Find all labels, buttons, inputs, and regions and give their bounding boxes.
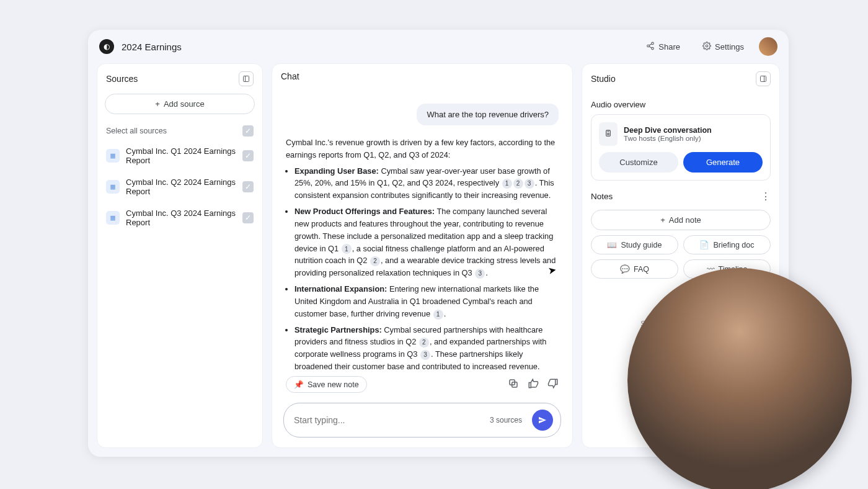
save-note-button[interactable]: 📌 Save new note [286, 376, 367, 393]
audio-overview-card: Deep Dive conversation Two hosts (Englis… [591, 114, 771, 181]
share-button[interactable]: Share [639, 38, 688, 56]
citation-badge[interactable]: 1 [342, 244, 352, 254]
source-checkbox[interactable]: ✓ [242, 150, 254, 161]
thumbs-down-icon[interactable] [547, 378, 559, 392]
answer-bullet: Strategic Partnerships: Cymbal secured p… [294, 324, 559, 370]
plus-icon: + [155, 99, 160, 109]
document-icon: ≣ [106, 180, 120, 194]
briefing-doc-icon: 📄 [699, 240, 709, 249]
customize-button[interactable]: Customize [599, 152, 678, 173]
audio-card-title: Deep Dive conversation [624, 126, 712, 135]
assistant-answer: Cymbal Inc.'s revenue growth is driven b… [286, 137, 559, 370]
sources-count-label: 3 sources [490, 416, 522, 424]
answer-bullet: Expanding User Base: Cymbal saw year-ove… [294, 165, 559, 202]
user-avatar[interactable] [759, 37, 777, 56]
svg-line-4 [649, 43, 652, 45]
chat-title: Chat [281, 71, 299, 81]
save-note-label: Save new note [308, 380, 359, 389]
document-icon: ≣ [106, 149, 120, 163]
copy-icon[interactable] [508, 378, 519, 392]
source-checkbox[interactable]: ✓ [242, 181, 254, 192]
source-item[interactable]: ≣ Cymbal Inc. Q3 2024 Earnings Report ✓ [97, 202, 262, 233]
add-note-button[interactable]: + Add note [591, 210, 771, 230]
collapse-studio-icon[interactable] [756, 71, 771, 86]
pin-icon: 📌 [294, 380, 304, 389]
select-all-checkbox[interactable]: ✓ [242, 125, 254, 137]
faq-icon: 💬 [620, 264, 630, 274]
collapse-sources-icon[interactable] [239, 71, 254, 86]
svg-point-5 [706, 45, 708, 47]
svg-point-1 [647, 45, 650, 47]
thumbs-up-icon[interactable] [528, 378, 539, 392]
study-guide-icon: 📖 [607, 240, 617, 249]
notes-menu-icon[interactable]: ⋮ [761, 191, 771, 202]
add-source-label: Add source [164, 99, 205, 109]
citation-badge[interactable]: 1 [433, 310, 443, 320]
answer-intro: Cymbal Inc.'s revenue growth is driven b… [286, 137, 559, 161]
source-label: Cymbal Inc. Q1 2024 Earnings Report [126, 146, 236, 165]
svg-line-3 [649, 46, 652, 47]
answer-bullet: New Product Offerings and Features: The … [294, 205, 559, 279]
citation-badge[interactable]: 2 [370, 256, 380, 266]
citation-badge[interactable]: 1 [502, 179, 512, 189]
select-all-label: Select all sources [106, 127, 167, 135]
svg-rect-6 [244, 76, 249, 82]
share-icon [646, 42, 655, 52]
briefing-doc-button[interactable]: 📄 Briefing doc [683, 235, 771, 254]
user-message: What are the top revenue drivers? [417, 104, 559, 125]
send-button[interactable] [532, 410, 553, 431]
faq-button[interactable]: 💬 FAQ [591, 259, 678, 279]
citation-badge[interactable]: 2 [513, 179, 523, 189]
plus-icon: + [660, 215, 665, 225]
document-icon: ≣ [106, 211, 120, 225]
citation-badge[interactable]: 3 [525, 179, 534, 189]
svg-rect-10 [761, 76, 766, 82]
study-guide-button[interactable]: 📖 Study guide [591, 235, 678, 254]
svg-point-13 [608, 133, 609, 135]
source-item[interactable]: ≣ Cymbal Inc. Q1 2024 Earnings Report ✓ [97, 140, 262, 171]
notebook-title: 2024 Earnings [122, 42, 182, 52]
svg-point-0 [652, 42, 654, 45]
settings-label: Settings [715, 42, 744, 52]
citation-badge[interactable]: 3 [420, 350, 430, 360]
presenter-video-bubble [627, 268, 852, 489]
citation-badge[interactable]: 2 [419, 338, 429, 348]
select-all-row: Select all sources ✓ [97, 122, 262, 140]
source-label: Cymbal Inc. Q2 2024 Earnings Report [126, 177, 236, 196]
add-note-label: Add note [669, 215, 701, 225]
svg-point-2 [652, 47, 654, 50]
notes-title: Notes [591, 192, 613, 201]
generate-button[interactable]: Generate [683, 152, 763, 173]
chat-panel: Chat What are the top revenue drivers? C… [272, 63, 573, 448]
sources-panel: Sources + Add source Select all sources … [97, 63, 263, 448]
answer-bullet: International Expansion: Entering new in… [294, 283, 559, 320]
source-item[interactable]: ≣ Cymbal Inc. Q2 2024 Earnings Report ✓ [97, 171, 262, 202]
answer-actions: 📌 Save new note [272, 370, 572, 399]
share-label: Share [658, 42, 680, 52]
settings-button[interactable]: Settings [695, 38, 751, 56]
chat-input[interactable] [294, 415, 484, 425]
audio-card-subtitle: Two hosts (English only) [624, 135, 712, 142]
studio-title: Studio [591, 74, 616, 84]
chat-input-container: 3 sources [283, 403, 561, 437]
sources-title: Sources [106, 74, 138, 84]
audio-overview-title: Audio overview [591, 100, 771, 109]
citation-badge[interactable]: 3 [475, 269, 485, 279]
audio-icon [599, 122, 618, 146]
gear-icon [702, 42, 711, 52]
add-source-button[interactable]: + Add source [105, 94, 255, 114]
topbar: ◐ 2024 Earnings Share Settings [88, 30, 789, 63]
source-checkbox[interactable]: ✓ [242, 212, 254, 223]
app-logo-icon: ◐ [99, 39, 114, 54]
source-label: Cymbal Inc. Q3 2024 Earnings Report [126, 209, 236, 227]
